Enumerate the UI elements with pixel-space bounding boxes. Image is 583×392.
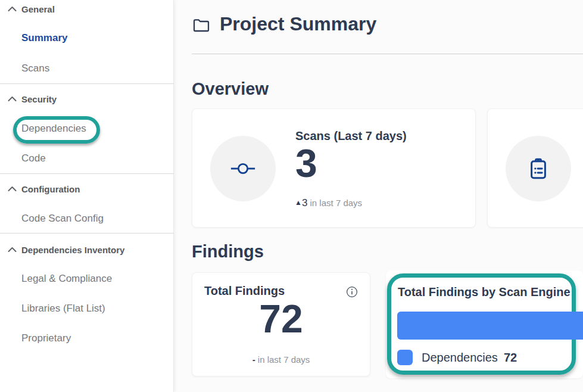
reports-icon-circle <box>506 136 571 201</box>
section-label: General <box>21 4 55 14</box>
sidebar-item-code-scan-config[interactable]: Code Scan Config <box>21 213 104 227</box>
findings-heading: Findings <box>192 242 264 262</box>
app-root: General Summary Scans Security Dependenc… <box>0 0 583 392</box>
total-findings-title: Total Findings <box>204 284 285 298</box>
legend-value: 72 <box>504 351 517 365</box>
sidebar-section-security[interactable]: Security <box>0 94 174 107</box>
engine-legend: Dependencies 72 <box>397 350 517 365</box>
sidebar-section-general[interactable]: General <box>0 4 174 17</box>
legend-swatch-dependencies <box>397 350 413 365</box>
chevron-up-icon <box>8 96 17 102</box>
chevron-up-icon <box>8 247 17 253</box>
git-commit-icon <box>229 155 257 182</box>
dependencies-bar[interactable] <box>397 312 583 340</box>
engine-card-title: Total Findings by Scan Engine <box>398 285 570 299</box>
total-findings-delta: - in last 7 days <box>192 354 370 365</box>
sidebar-item-dependencies[interactable]: Dependencies <box>21 123 86 137</box>
scans-icon-circle <box>210 136 276 201</box>
sidebar-item-proprietary[interactable]: Proprietary <box>21 332 71 347</box>
scans-delta-suffix: in last 7 days <box>310 198 363 208</box>
scans-card: Scans (Last 7 days) 3 ▲3 in last 7 days <box>192 108 476 228</box>
info-icon[interactable] <box>346 286 358 298</box>
section-label: Security <box>21 94 57 104</box>
scans-count: 3 <box>295 144 317 183</box>
findings-by-engine-card: Total Findings by Scan Engine Dependenci… <box>386 270 583 378</box>
sidebar-section-configuration[interactable]: Configuration <box>0 184 174 197</box>
overview-heading: Overview <box>192 79 269 99</box>
sidebar-item-libraries-flat-list[interactable]: Libraries (Flat List) <box>21 303 105 317</box>
sidebar-divider <box>0 233 174 234</box>
scans-delta-value: 3 <box>302 197 307 209</box>
sidebar-item-code[interactable]: Code <box>21 153 46 167</box>
section-label: Configuration <box>21 184 80 194</box>
header-divider <box>192 54 583 54</box>
sidebar-item-scans[interactable]: Scans <box>21 63 49 77</box>
folder-icon <box>191 15 211 35</box>
sidebar-section-dependencies-inventory[interactable]: Dependencies Inventory <box>0 245 174 258</box>
total-delta-prefix: - <box>252 354 255 365</box>
chevron-up-icon <box>8 186 17 192</box>
clipboard-list-icon <box>526 156 551 181</box>
sidebar-divider <box>0 83 174 84</box>
reports-card <box>487 108 583 228</box>
sidebar: General Summary Scans Security Dependenc… <box>0 0 174 392</box>
page-title: Project Summary <box>220 13 376 35</box>
chevron-up-icon <box>8 6 17 12</box>
sidebar-item-legal-compliance[interactable]: Legal & Compliance <box>21 273 112 287</box>
total-findings-card: Total Findings 72 - in last 7 days <box>192 272 370 377</box>
triangle-up-icon: ▲ <box>295 198 302 207</box>
legend-label: Dependencies <box>422 351 498 365</box>
section-label: Dependencies Inventory <box>21 245 124 255</box>
total-delta-suffix: in last 7 days <box>258 354 310 365</box>
sidebar-item-summary[interactable]: Summary <box>21 32 67 46</box>
sidebar-divider <box>0 173 174 174</box>
total-findings-count: 72 <box>192 299 370 338</box>
scans-delta: ▲3 in last 7 days <box>295 197 362 209</box>
